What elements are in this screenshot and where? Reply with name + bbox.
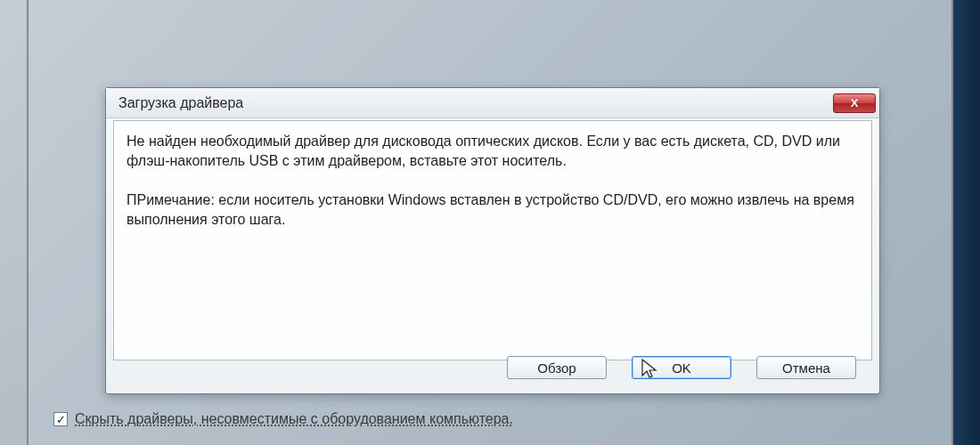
cancel-button[interactable]: Отмена: [756, 356, 856, 379]
dialog-button-row: Обзор OK Отмена: [507, 356, 856, 379]
check-icon: ✓: [56, 413, 66, 426]
browse-button[interactable]: Обзор: [507, 356, 607, 379]
dialog-message-1: Не найден необходимый драйвер для дисков…: [127, 132, 859, 171]
hide-incompatible-checkbox[interactable]: ✓: [53, 412, 68, 426]
screen-right-edge: [953, 0, 980, 445]
dialog-title: Загрузка драйвера: [118, 95, 243, 111]
close-icon: X: [851, 96, 859, 109]
dialog-message-2: ПРимечание: если носитель установки Wind…: [127, 190, 859, 230]
dialog-body: Не найден необходимый драйвер для дисков…: [113, 120, 872, 360]
hide-incompatible-label: Скрыть драйверы, несовместимые с оборудо…: [75, 411, 513, 427]
close-button[interactable]: X: [833, 93, 876, 113]
dialog-titlebar: Загрузка драйвера X: [106, 88, 879, 118]
ok-button[interactable]: OK: [632, 356, 731, 379]
hide-incompatible-row: ✓ Скрыть драйверы, несовместимые с обору…: [53, 411, 513, 427]
load-driver-dialog: Загрузка драйвера X Не найден необходимы…: [105, 87, 880, 394]
